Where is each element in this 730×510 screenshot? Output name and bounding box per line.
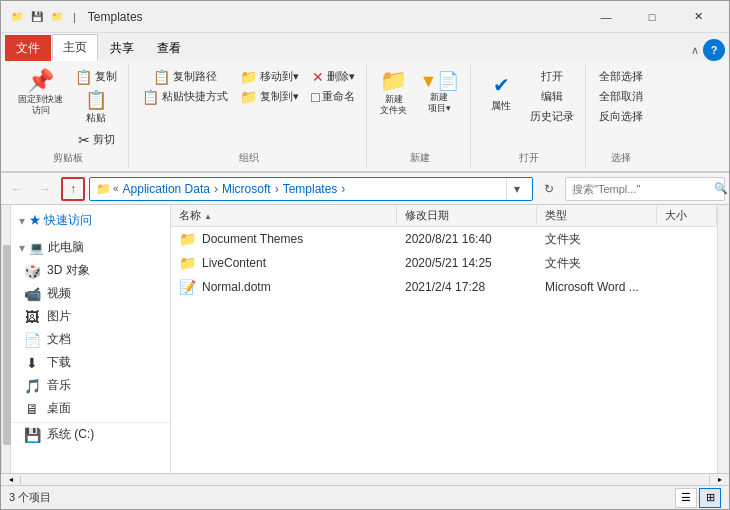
delete-button[interactable]: ✕ 删除▾ [306,67,360,86]
new-item-button[interactable]: ▼📄 新建项目▾ [414,67,464,119]
properties-check-icon: ✔ [493,74,510,96]
col-header-date[interactable]: 修改日期 [397,206,537,225]
tab-file[interactable]: 文件 [5,35,51,61]
ribbon-tabs: 文件 主页 共享 查看 ∧ ? [1,33,729,61]
minimize-button[interactable]: — [583,1,629,33]
sidebar-item-3dobjects[interactable]: 🎲 3D 对象 [11,259,170,282]
view-list-button[interactable]: ☰ [675,488,697,508]
sidebar-quickaccess-label: ★ 快速访问 [29,212,92,229]
scissors-icon: ✂ [78,133,90,147]
organize-label: 组织 [137,149,360,165]
sidebar-scrollbar[interactable] [1,205,11,473]
sidebar-item-video[interactable]: 📹 视频 [11,282,170,305]
back-button[interactable]: ← [5,177,29,201]
table-row[interactable]: 📁 LiveContent 2020/5/21 14:25 文件夹 [171,251,717,275]
ribbon-content: 📌 固定到快速访问 📋 复制 📋 粘贴 ✂ [1,61,729,172]
new-group: 📁 新建文件夹 ▼📄 新建项目▾ 新建 [371,65,471,167]
desktop-icon: 🖥 [23,401,41,417]
title-folder-icon: 📁 [9,9,25,25]
sidebar-item-music[interactable]: 🎵 音乐 [11,374,170,397]
sidebar-item-downloads[interactable]: ⬇ 下载 [11,351,170,374]
scroll-left-button[interactable]: ◂ [1,475,21,485]
move-icon: 📁 [240,70,257,84]
table-row[interactable]: 📁 Document Themes 2020/8/21 16:40 文件夹 [171,227,717,251]
invert-select-button[interactable]: 反向选择 [594,107,648,126]
main-window: 📁 💾 📁 | Templates — □ ✕ 文件 主页 共享 查看 ∧ ? [0,0,730,510]
search-input[interactable] [572,183,710,195]
filelist-scrollbar[interactable] [717,205,729,473]
new-label: 新建 [375,149,464,165]
copy-path-button[interactable]: 📋 复制路径 [137,67,233,86]
chevron-down-icon: ▾ [19,214,25,228]
sidebar-header-quickaccess[interactable]: ▾ ★ 快速访问 [11,209,170,232]
organize-top-row: 📋 复制路径 📋 粘贴快捷方式 [137,67,233,106]
pictures-icon: 🖼 [23,309,41,325]
edit-button[interactable]: 编辑 [525,87,579,106]
paste-button[interactable]: 📋 粘贴 [70,88,122,128]
breadcrumb-appdata[interactable]: Application Data [121,182,212,196]
view-detail-button[interactable]: ⊞ [699,488,721,508]
refresh-button[interactable]: ↻ [537,177,561,201]
table-row[interactable]: 📝 Normal.dotm 2021/2/4 17:28 Microsoft W… [171,275,717,299]
tab-home[interactable]: 主页 [52,34,98,61]
ribbon: 文件 主页 共享 查看 ∧ ? 📌 固定到快速访问 [1,33,729,173]
col-header-name[interactable]: 名称 ▲ [171,206,397,225]
properties-col: ✔ 属性 [479,67,523,119]
address-box[interactable]: 📁 « Application Data › Microsoft › Templ… [89,177,533,201]
paste-shortcut-icon: 📋 [142,90,159,104]
music-icon: 🎵 [23,378,41,394]
rename-button[interactable]: □ 重命名 [306,87,360,106]
sidebar: ▾ ★ 快速访问 ▾ 💻 此电脑 🎲 3D 对象 📹 视频 [11,205,171,473]
open-button[interactable]: 打开 [525,67,579,86]
new-folder-button[interactable]: 📁 新建文件夹 [375,67,412,119]
sidebar-scrollbar-thumb[interactable] [3,245,11,445]
select-group: 全部选择 全部取消 反向选择 选择 [590,65,654,167]
filelist-header: 名称 ▲ 修改日期 类型 大小 [171,205,717,227]
delete-icon: ✕ [312,70,324,84]
sidebar-video-label: 视频 [47,285,71,302]
select-none-button[interactable]: 全部取消 [594,87,648,106]
sidebar-item-systemc[interactable]: 💾 系统 (C:) [11,422,170,446]
paste-shortcut-button[interactable]: 📋 粘贴快捷方式 [137,87,233,106]
history-button[interactable]: 历史记录 [525,107,579,126]
cut-button[interactable]: ✂ 剪切 [70,130,122,149]
copy-to-button[interactable]: 📁 复制到▾ [235,87,304,106]
breadcrumb-templates[interactable]: Templates [281,182,340,196]
copy-icon: 📋 [75,70,92,84]
file-name-3: Normal.dotm [202,280,271,294]
titlebar-icons: 📁 💾 📁 | [9,9,80,25]
up-button[interactable]: ↑ [61,177,85,201]
sidebar-item-pictures[interactable]: 🖼 图片 [11,305,170,328]
breadcrumb-microsoft[interactable]: Microsoft [220,182,273,196]
horizontal-scrollbar[interactable]: ◂ ▸ [1,473,729,485]
pin-button[interactable]: 📌 固定到快速访问 [13,67,68,119]
open-actions: 打开 编辑 历史记录 [525,67,579,126]
sidebar-thispc-icon: 💻 [29,241,44,255]
folder-icon-2: 📁 [179,255,196,271]
col-header-size[interactable]: 大小 [657,206,717,225]
properties-button[interactable]: ✔ 属性 [479,67,523,119]
search-box[interactable]: 🔍 [565,177,725,201]
paste-icon: 📋 [85,91,107,109]
forward-button[interactable]: → [33,177,57,201]
move-to-button[interactable]: 📁 移动到▾ [235,67,304,86]
sidebar-item-documents[interactable]: 📄 文档 [11,328,170,351]
organize-group: 📋 复制路径 📋 粘贴快捷方式 📁 移动到▾ [133,65,367,167]
col-header-type[interactable]: 类型 [537,206,657,225]
tab-share[interactable]: 共享 [99,35,145,61]
file-cell-type-2: 文件夹 [537,253,657,274]
select-all-button[interactable]: 全部选择 [594,67,648,86]
breadcrumb-sep3: › [341,182,345,196]
copy-button[interactable]: 📋 复制 [70,67,122,86]
tab-view[interactable]: 查看 [146,35,192,61]
help-button[interactable]: ? [703,39,725,61]
address-dropdown-button[interactable]: ▾ [506,178,526,200]
close-button[interactable]: ✕ [675,1,721,33]
scroll-right-button[interactable]: ▸ [709,475,729,485]
file-cell-size-2 [657,261,717,265]
maximize-button[interactable]: □ [629,1,675,33]
sidebar-header-thispc[interactable]: ▾ 💻 此电脑 [11,236,170,259]
breadcrumb-folder-icon: 📁 [96,182,111,196]
file-cell-name-2: 📁 LiveContent [171,253,397,273]
sidebar-item-desktop[interactable]: 🖥 桌面 [11,397,170,420]
